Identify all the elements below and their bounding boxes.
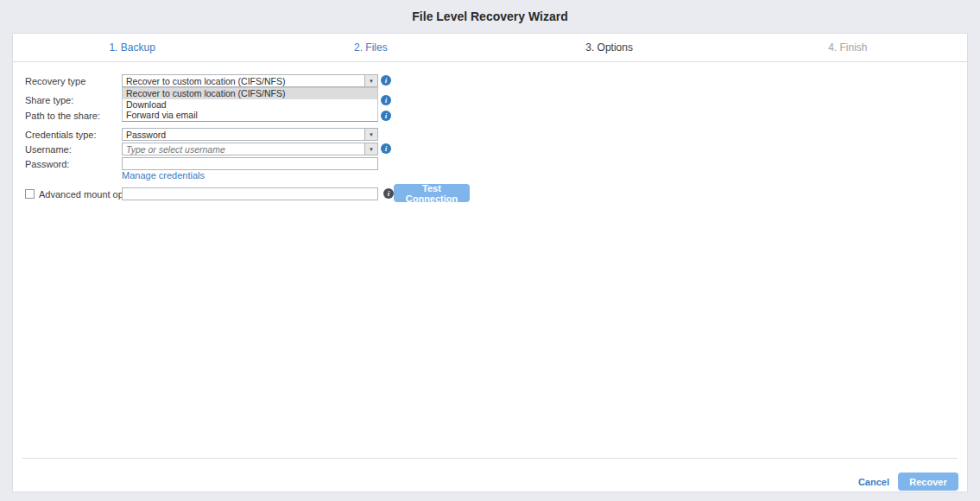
cancel-button[interactable]: Cancel — [853, 476, 895, 488]
username-info-icon[interactable]: i — [381, 143, 391, 154]
recovery-type-select[interactable]: Recover to custom location (CIFS/NFS) ▼ — [122, 74, 378, 87]
test-connection-button[interactable]: Test Connection — [394, 184, 470, 202]
share-type-label: Share type: — [25, 95, 73, 105]
step-finish: 4. Finish — [729, 34, 967, 61]
chevron-down-icon: ▼ — [369, 132, 374, 137]
recovery-type-label: Recovery type — [25, 76, 85, 86]
manage-credentials-link[interactable]: Manage credentials — [122, 170, 205, 181]
advanced-mount-info-icon[interactable]: i — [383, 188, 394, 199]
credentials-type-dropdown-button[interactable]: ▼ — [364, 129, 377, 140]
username-label: Username: — [25, 144, 72, 155]
recover-button[interactable]: Recover — [898, 472, 958, 491]
advanced-mount-checkbox[interactable] — [25, 189, 35, 199]
dropdown-option-forward-email[interactable]: Forward via email — [123, 110, 377, 121]
recovery-type-dropdown-list: Recover to custom location (CIFS/NFS) Do… — [122, 87, 378, 122]
step-files[interactable]: 2. Files — [251, 34, 490, 61]
dropdown-option-download[interactable]: Download — [123, 99, 377, 111]
credentials-type-select[interactable]: Password ▼ — [122, 128, 378, 141]
recovery-type-dropdown-button[interactable]: ▼ — [364, 75, 377, 86]
recovery-type-value: Recover to custom location (CIFS/NFS) — [123, 76, 364, 86]
credentials-type-label: Credentials type: — [25, 130, 97, 140]
password-label: Password: — [25, 159, 69, 169]
step-options: 3. Options — [490, 34, 729, 61]
username-input[interactable] — [123, 143, 364, 155]
dropdown-option-custom-location[interactable]: Recover to custom location (CIFS/NFS) — [123, 88, 377, 99]
wizard-title: File Level Recovery Wizard — [0, 0, 980, 33]
chevron-down-icon: ▼ — [369, 79, 374, 84]
username-dropdown-button[interactable]: ▼ — [364, 143, 377, 155]
footer-divider — [22, 458, 958, 459]
share-type-info-icon[interactable]: i — [381, 95, 391, 105]
recovery-type-info-icon[interactable]: i — [381, 75, 391, 86]
chevron-down-icon: ▼ — [369, 147, 374, 152]
path-to-share-info-icon[interactable]: i — [381, 111, 391, 121]
step-backup[interactable]: 1. Backup — [13, 34, 251, 61]
path-to-share-label: Path to the share: — [25, 111, 100, 121]
wizard-dialog: 1. Backup 2. Files 3. Options 4. Finish … — [12, 33, 968, 492]
username-combobox[interactable]: ▼ — [122, 143, 378, 155]
password-input[interactable] — [122, 157, 378, 170]
credentials-type-value: Password — [123, 130, 364, 140]
wizard-steps: 1. Backup 2. Files 3. Options 4. Finish — [13, 34, 967, 62]
advanced-mount-input[interactable] — [122, 187, 378, 200]
